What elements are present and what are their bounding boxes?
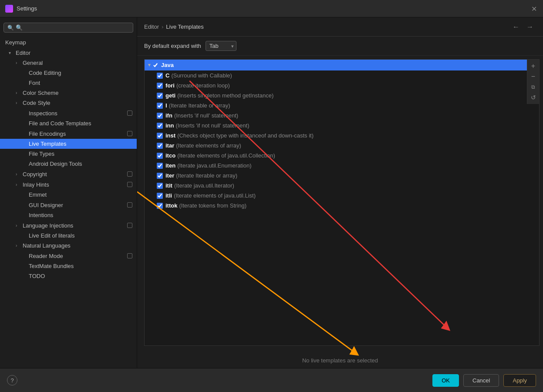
- expand-select-wrapper[interactable]: Tab Enter Space: [206, 41, 236, 51]
- template-description: (create iteration loop): [176, 82, 230, 89]
- breadcrumb-separator: ›: [162, 23, 163, 30]
- help-button[interactable]: ?: [7, 375, 17, 385]
- search-input[interactable]: [16, 24, 129, 31]
- template-description: (Inserts 'if not null' statement): [176, 122, 250, 129]
- sidebar: 🔍 Keymap ▾ Editor ›GeneralCode EditingFo…: [0, 17, 137, 368]
- breadcrumb-current: Live Templates: [166, 23, 203, 30]
- sidebar-item-live-templates[interactable]: Live Templates: [0, 139, 137, 149]
- restore-template-button[interactable]: ↺: [529, 93, 538, 102]
- sidebar-item-android-design-tools[interactable]: Android Design Tools: [0, 159, 137, 169]
- template-row[interactable]: iter(Iterate Iterable or array): [145, 171, 527, 181]
- cancel-button[interactable]: Cancel: [463, 374, 499, 387]
- close-button[interactable]: ✕: [531, 4, 537, 13]
- settings-badge-icon: [126, 201, 133, 208]
- template-name-label: C: [165, 72, 169, 79]
- template-checkbox[interactable]: [157, 93, 163, 99]
- breadcrumb: Editor › Live Templates: [144, 23, 204, 30]
- remove-template-button[interactable]: −: [529, 72, 538, 81]
- chevron-icon: ›: [16, 90, 22, 95]
- expand-label: By default expand with: [144, 43, 201, 49]
- sidebar-item-emmet[interactable]: Emmet: [0, 190, 137, 200]
- template-row[interactable]: itli(Iterate elements of java.util.List): [145, 191, 527, 201]
- sidebar-item-label: Inlay Hints: [23, 181, 49, 188]
- template-checkbox[interactable]: [157, 133, 163, 139]
- sidebar-item-natural-languages[interactable]: ›Natural Languages: [0, 241, 137, 251]
- sidebar-item-intentions[interactable]: Intentions: [0, 210, 137, 220]
- template-checkbox[interactable]: [157, 203, 163, 209]
- template-name-label: itit: [165, 182, 172, 189]
- sidebar-item-inlay-hints[interactable]: ›Inlay Hints: [0, 179, 137, 190]
- template-row[interactable]: C(Surround with Callable): [145, 70, 527, 80]
- template-checkbox[interactable]: [157, 153, 163, 159]
- template-row[interactable]: geti(Inserts singleton method getInstanc…: [145, 90, 527, 101]
- sidebar-item-editor[interactable]: ▾ Editor: [0, 48, 137, 58]
- template-checkbox[interactable]: [157, 163, 163, 169]
- sidebar-item-label: File Encodings: [29, 131, 66, 137]
- sidebar-item-font[interactable]: Font: [0, 78, 137, 88]
- template-row[interactable]: itar(Iterate elements of array): [145, 141, 527, 151]
- template-row[interactable]: itit(Iterate java.util.Iterator): [145, 181, 527, 191]
- template-checkbox[interactable]: [157, 83, 163, 89]
- template-description: (Iterate Iterable or array): [169, 102, 230, 109]
- sidebar-item-copyright[interactable]: ›Copyright: [0, 169, 137, 179]
- java-group-row[interactable]: ▾ Java: [145, 60, 527, 70]
- template-name-label: itco: [165, 152, 175, 159]
- sidebar-item-live-edit-literals[interactable]: Live Edit of literals: [0, 231, 137, 241]
- apply-button[interactable]: Apply: [503, 374, 536, 387]
- ok-button[interactable]: OK: [432, 374, 459, 387]
- sidebar-item-label: General: [23, 60, 43, 66]
- template-checkbox[interactable]: [157, 123, 163, 129]
- sidebar-item-textmate-bundles[interactable]: TextMate Bundles: [0, 261, 137, 271]
- sidebar-item-file-code-templates[interactable]: File and Code Templates: [0, 118, 137, 128]
- template-checkbox[interactable]: [157, 193, 163, 199]
- sidebar-item-gui-designer[interactable]: GUI Designer: [0, 200, 137, 210]
- template-row[interactable]: inn(Inserts 'if not null' statement): [145, 121, 527, 131]
- chevron-icon: ›: [16, 223, 22, 228]
- settings-badge-icon: [126, 110, 133, 117]
- sidebar-item-reader-mode[interactable]: Reader Mode: [0, 251, 137, 261]
- template-list[interactable]: ▾ Java C(Surround with Callable)fori(cre…: [144, 59, 540, 346]
- chevron-icon: ›: [16, 172, 22, 177]
- template-row[interactable]: iten(Iterate java.util.Enumeration): [145, 161, 527, 171]
- add-template-button[interactable]: +: [529, 61, 538, 71]
- template-checkbox[interactable]: [157, 183, 163, 189]
- java-group-checkbox[interactable]: [152, 62, 159, 68]
- sidebar-item-label: File and Code Templates: [29, 120, 91, 127]
- sidebar-item-file-types[interactable]: File Types: [0, 149, 137, 159]
- expand-select[interactable]: Tab Enter Space: [206, 41, 236, 51]
- sidebar-item-code-editing[interactable]: Code Editing: [0, 68, 137, 78]
- sidebar-item-keymap[interactable]: Keymap: [0, 37, 137, 48]
- sidebar-item-general[interactable]: ›General: [0, 58, 137, 68]
- sidebar-item-label: Live Edit of literals: [29, 232, 75, 239]
- sidebar-item-label: Natural Languages: [23, 242, 71, 249]
- template-checkbox[interactable]: [157, 113, 163, 119]
- template-name-label: itli: [165, 192, 172, 199]
- chevron-icon: ›: [16, 243, 22, 248]
- template-checkbox[interactable]: [157, 73, 163, 79]
- template-name-label: fori: [165, 82, 175, 89]
- template-row[interactable]: inst(Checks object type with instanceof …: [145, 131, 527, 141]
- template-row[interactable]: ittok(Iterate tokens from String): [145, 201, 527, 211]
- sidebar-item-inspections[interactable]: Inspections: [0, 108, 137, 118]
- content-area: Editor › Live Templates ← → By default e…: [137, 17, 543, 368]
- nav-forward-button[interactable]: →: [524, 22, 536, 32]
- template-checkbox[interactable]: [157, 173, 163, 179]
- nav-back-button[interactable]: ←: [510, 22, 522, 32]
- template-row[interactable]: itco(Iterate elements of java.util.Colle…: [145, 151, 527, 161]
- sidebar-item-file-encodings[interactable]: File Encodings: [0, 128, 137, 139]
- template-checkbox[interactable]: [157, 143, 163, 149]
- sidebar-item-language-injections[interactable]: ›Language Injections: [0, 220, 137, 231]
- template-checkbox[interactable]: [157, 103, 163, 109]
- copy-template-button[interactable]: ⧉: [529, 82, 538, 92]
- template-row[interactable]: ifn(Inserts 'if null' statement): [145, 111, 527, 121]
- sidebar-item-code-style[interactable]: ›Code Style: [0, 98, 137, 108]
- template-description: (Iterate Iterable or array): [176, 172, 237, 179]
- search-box[interactable]: 🔍: [3, 23, 133, 33]
- java-group-label: Java: [161, 62, 174, 68]
- window-title: Settings: [17, 5, 37, 12]
- template-row[interactable]: I(Iterate Iterable or array): [145, 101, 527, 111]
- template-row[interactable]: fori(create iteration loop): [145, 80, 527, 90]
- sidebar-item-color-scheme[interactable]: ›Color Scheme: [0, 88, 137, 98]
- sidebar-item-label: Font: [29, 80, 40, 86]
- sidebar-item-todo[interactable]: TODO: [0, 271, 137, 281]
